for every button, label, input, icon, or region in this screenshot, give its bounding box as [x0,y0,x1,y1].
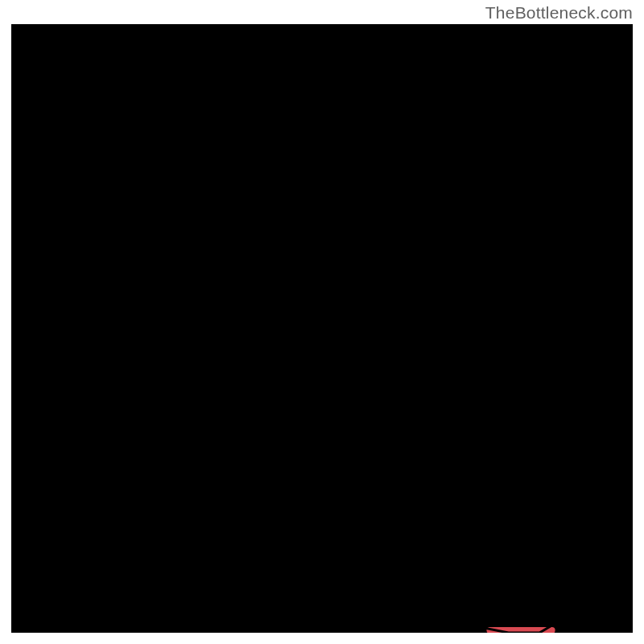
chart-gradient-background [11,24,633,633]
bottleneck-chart [11,24,633,633]
attribution-text: TheBottleneck.com [485,3,633,23]
